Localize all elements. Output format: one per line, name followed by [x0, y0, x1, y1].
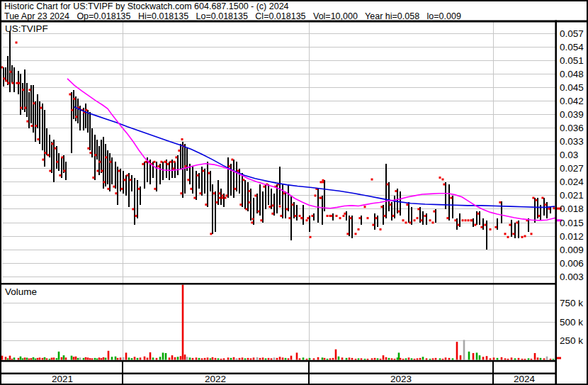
price-tick-label: 0.015: [560, 218, 588, 228]
price-tick-label: 0.009: [560, 245, 588, 255]
price-tick-label: 0.003: [560, 272, 588, 282]
price-tick-label: 0.042: [560, 96, 588, 106]
quote-line: Tue Apr 23 2024 Op=0.018135 Hi=0.018135 …: [4, 11, 461, 21]
year-label: 2023: [376, 374, 426, 384]
price-tick-label: 0.036: [560, 123, 588, 133]
price-tick-label: 0.018: [560, 203, 588, 214]
price-tick-label: 0.027: [560, 163, 588, 174]
volume-pane-label: Volume: [5, 286, 37, 297]
volume-tick-label: 750 k: [560, 298, 588, 308]
year-label: 2021: [38, 374, 87, 384]
year-label: 2024: [499, 374, 549, 384]
price-tick-label: 0.006: [560, 258, 588, 269]
price-tick-label: 0.045: [560, 82, 588, 93]
volume-tick-label: 250 k: [560, 335, 588, 346]
price-tick-label: 0.054: [560, 42, 588, 52]
price-tick-label: 0.021: [560, 190, 588, 201]
price-tick-label: 0.03: [560, 150, 588, 160]
stock-chart-page: Historic Chart for US:TVIPF by Stockwatc…: [0, 0, 588, 385]
price-tick-label: 0.057: [560, 28, 588, 39]
volume-tick-label: 500 k: [560, 317, 588, 328]
chart-canvas: [0, 0, 588, 385]
year-label: 2022: [191, 374, 240, 384]
price-tick-label: 0.024: [560, 177, 588, 187]
chart-title: Historic Chart for US:TVIPF by Stockwatc…: [4, 1, 289, 11]
price-tick-label: 0.039: [560, 109, 588, 120]
symbol-label: US:TVIPF: [5, 23, 48, 34]
price-tick-label: 0.033: [560, 136, 588, 147]
price-tick-label: 0.048: [560, 69, 588, 79]
price-tick-label: 0.051: [560, 55, 588, 66]
price-tick-label: 0.012: [560, 231, 588, 242]
